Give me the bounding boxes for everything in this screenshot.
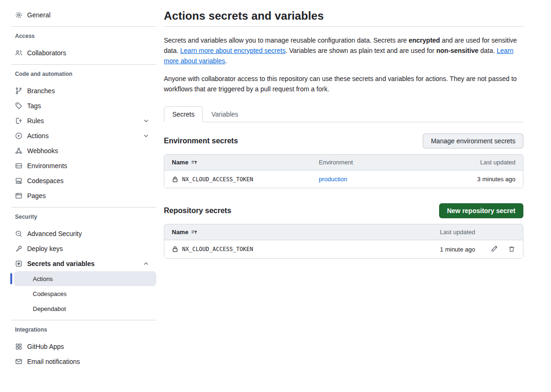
- manage-environment-secrets-button[interactable]: Manage environment secrets: [423, 133, 523, 148]
- sidebar-item-label: Pages: [27, 192, 46, 200]
- gear-icon: [15, 11, 22, 19]
- sidebar-item-label: Webhooks: [27, 147, 58, 155]
- sidebar-item-branches[interactable]: Branches: [11, 83, 156, 98]
- sidebar-item-label: GitHub Apps: [27, 343, 64, 350]
- tab-secrets[interactable]: Secrets: [164, 106, 203, 122]
- sidebar-item-rules[interactable]: Rules: [11, 113, 156, 128]
- sidebar-item-label: Branches: [27, 87, 55, 95]
- sidebar-item-webhooks[interactable]: Webhooks: [11, 143, 156, 158]
- intro-bold-encrypted: encrypted: [409, 37, 440, 44]
- sidebar-subitem-label: Actions: [33, 275, 53, 282]
- sidebar-item-label: Rules: [27, 117, 44, 125]
- lock-icon: [172, 176, 178, 183]
- sidebar-item-environments[interactable]: Environments: [11, 158, 156, 173]
- server-icon: [15, 162, 22, 170]
- sidebar-item-collaborators[interactable]: Collaborators: [11, 45, 156, 60]
- codescan-icon: [15, 230, 22, 237]
- lock-icon: [172, 246, 178, 252]
- intro-text: data.: [478, 47, 497, 54]
- chevron-down-icon[interactable]: [143, 118, 149, 124]
- git-branch-icon: [15, 87, 22, 95]
- settings-sidebar: General Access Collaborators Code and au…: [0, 0, 157, 369]
- sidebar-section-title-security: Security: [11, 213, 156, 221]
- column-header-name[interactable]: Name: [172, 159, 319, 166]
- sidebar-item-codespaces[interactable]: Codespaces: [11, 173, 156, 188]
- environment-secrets-heading: Environment secrets: [164, 137, 238, 145]
- sidebar-item-advanced-security[interactable]: Advanced Security: [11, 226, 156, 241]
- sidebar-item-github-apps[interactable]: GitHub Apps: [11, 339, 156, 354]
- sidebar-item-actions[interactable]: Actions: [11, 128, 156, 143]
- collaborator-access-paragraph: Anyone with collaborator access to this …: [164, 74, 523, 94]
- chevron-down-icon[interactable]: [143, 133, 149, 139]
- apps-grid-icon: [15, 343, 22, 350]
- environment-secrets-table-header: Name Environment Last updated: [164, 155, 523, 170]
- people-icon: [15, 49, 22, 57]
- sidebar-subitem-actions[interactable]: Actions: [14, 271, 156, 286]
- environment-link[interactable]: production: [319, 176, 347, 183]
- intro-text: . Variables are shown as plain text and …: [286, 47, 436, 54]
- intro-text: .: [225, 57, 227, 65]
- environment-secrets-header: Environment secrets Manage environment s…: [164, 133, 523, 148]
- divider: [164, 26, 523, 27]
- secret-name-cell: NX_CLOUD_ACCESS_TOKEN: [172, 176, 319, 183]
- sidebar-item-label: Deploy keys: [27, 245, 63, 252]
- divider: [11, 64, 156, 65]
- sidebar-item-pages[interactable]: Pages: [11, 188, 156, 203]
- play-icon: [15, 132, 22, 140]
- column-header-environment: Environment: [319, 159, 480, 166]
- last-updated-cell: 1 minute ago: [419, 246, 475, 253]
- sidebar-subitem-codespaces[interactable]: Codespaces: [14, 286, 156, 301]
- secrets-variables-tabs: Secrets Variables: [164, 106, 523, 122]
- repository-secrets-heading: Repository secrets: [164, 207, 231, 215]
- sidebar-item-label: Email notifications: [27, 358, 80, 365]
- sidebar-item-deploy-keys[interactable]: Deploy keys: [11, 241, 156, 256]
- sort-ascending-icon: [191, 229, 198, 236]
- rules-icon: [15, 117, 22, 125]
- chevron-up-icon[interactable]: [143, 261, 149, 266]
- last-updated-cell: 3 minutes ago: [477, 176, 515, 183]
- asterisk-box-icon: [15, 260, 22, 267]
- secret-name-cell: NX_CLOUD_ACCESS_TOKEN: [172, 246, 419, 252]
- divider: [11, 207, 156, 207]
- sidebar-item-label: Secrets and variables: [27, 260, 95, 267]
- key-icon: [15, 245, 22, 252]
- link-learn-more-encrypted-secrets[interactable]: Learn more about encrypted secrets: [180, 47, 286, 54]
- tag-icon: [15, 102, 22, 110]
- repository-secrets-table-header: Name Last updated: [164, 224, 523, 240]
- table-row: NX_CLOUD_ACCESS_TOKEN 1 minute ago: [164, 240, 523, 258]
- sidebar-subitem-label: Dependabot: [33, 305, 66, 312]
- new-repository-secret-button[interactable]: New repository secret: [439, 203, 523, 218]
- divider: [11, 26, 156, 27]
- intro-text: Secrets and variables allow you to manag…: [164, 37, 409, 44]
- sidebar-item-label: Collaborators: [27, 49, 66, 57]
- table-row: NX_CLOUD_ACCESS_TOKEN production 3 minut…: [164, 170, 523, 188]
- page-title: Actions secrets and variables: [164, 9, 523, 22]
- row-actions: [475, 245, 515, 253]
- environment-secrets-table: Name Environment Last updated: [164, 154, 523, 188]
- repository-secrets-header: Repository secrets New repository secret: [164, 203, 523, 218]
- sidebar-item-label: General: [27, 11, 51, 19]
- column-header-name[interactable]: Name: [172, 229, 419, 236]
- sidebar-section-title-integrations: Integrations: [11, 326, 156, 333]
- delete-trash-icon[interactable]: [508, 245, 515, 253]
- sidebar-item-label: Environments: [27, 162, 67, 170]
- column-header-last-updated: Last updated: [480, 159, 515, 166]
- secret-name: NX_CLOUD_ACCESS_TOKEN: [182, 246, 253, 252]
- sidebar-subitem-dependabot[interactable]: Dependabot: [14, 301, 156, 316]
- mail-icon: [15, 358, 22, 365]
- sidebar-item-general[interactable]: General: [11, 7, 156, 22]
- main-content: Actions secrets and variables Secrets an…: [164, 0, 523, 369]
- tab-variables[interactable]: Variables: [203, 106, 246, 122]
- sidebar-section-title-access: Access: [11, 32, 156, 40]
- edit-pencil-icon[interactable]: [491, 245, 498, 253]
- sidebar-item-secrets-and-variables[interactable]: Secrets and variables: [11, 256, 156, 271]
- environment-cell: production: [319, 176, 477, 183]
- sidebar-item-tags[interactable]: Tags: [11, 98, 156, 113]
- sidebar-item-email-notifications[interactable]: Email notifications: [11, 354, 156, 369]
- intro-paragraph: Secrets and variables allow you to manag…: [164, 35, 523, 66]
- browser-icon: [15, 192, 22, 200]
- repository-secrets-table: Name Last updated: [164, 224, 523, 259]
- column-header-last-updated: Last updated: [419, 229, 475, 236]
- sort-ascending-icon: [191, 159, 198, 166]
- sidebar-section-title-code-automation: Code and automation: [11, 70, 156, 78]
